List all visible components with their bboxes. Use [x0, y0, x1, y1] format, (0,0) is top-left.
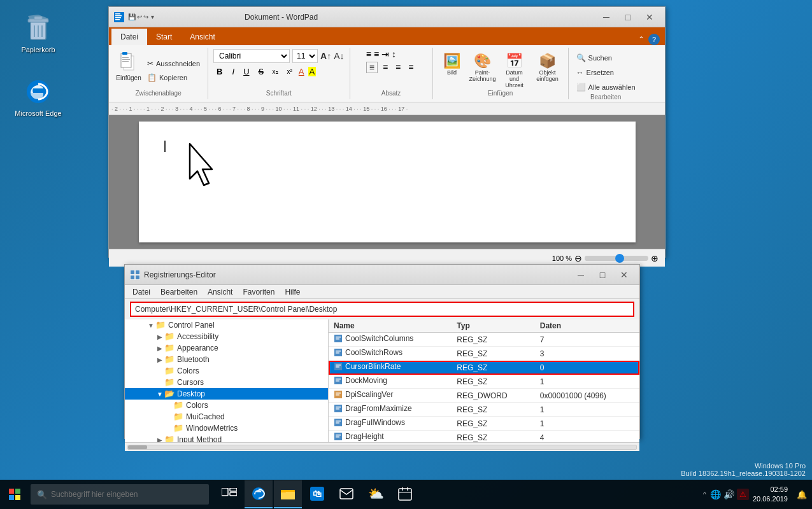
font-color-btn[interactable]: A	[299, 67, 304, 76]
superscript-btn[interactable]: x²	[285, 67, 295, 76]
svg-rect-9	[115, 13, 120, 15]
datum-btn[interactable]: 📅 Datum undUhrzeit	[499, 50, 530, 88]
bild-btn[interactable]: 🖼️ Bild	[438, 50, 466, 88]
align-left-btn[interactable]: ≡	[366, 62, 378, 73]
tree-item-appearance[interactable]: ▶ 📁 Appearance	[125, 342, 328, 354]
font-grow-btn[interactable]: A↑	[320, 51, 331, 61]
table-row[interactable]: DockMoving REG_SZ 1	[329, 375, 639, 389]
table-row[interactable]: CoolSwitchRows REG_SZ 3	[329, 347, 639, 361]
horizontal-scrollbar[interactable]	[127, 445, 637, 450]
tree-item-windowmetrics[interactable]: 📁 WindowMetrics	[125, 422, 328, 434]
wordpad-minimize-btn[interactable]: ─	[596, 8, 616, 26]
zoom-thumb[interactable]	[615, 254, 624, 263]
tree-item-accessibility[interactable]: ▶ 📁 Accessibility	[125, 331, 328, 342]
paint-btn[interactable]: 🎨 Paint-Zeichnung	[469, 50, 497, 88]
table-row[interactable]: DragFullWindows REG_SZ 1	[329, 417, 639, 431]
desktop-icon-edge[interactable]: Microsoft Edge	[13, 76, 64, 117]
align-right-btn[interactable]: ≡	[393, 62, 403, 73]
italic-btn[interactable]: I	[230, 66, 238, 77]
underline-btn[interactable]: U	[241, 66, 252, 77]
menu-favoriten[interactable]: Favoriten	[238, 286, 280, 298]
kopieren-btn[interactable]: 📋 Kopieren	[145, 71, 203, 84]
values-panel[interactable]: Name Typ Daten CoolSwitchColumns REG_SZ …	[329, 319, 639, 442]
tree-item-inputmethod[interactable]: ▶ 📁 Input Method	[125, 434, 328, 442]
tab-datei[interactable]: Datei	[111, 29, 147, 45]
objekt-btn[interactable]: 📦 Objekteinfügen	[532, 50, 563, 88]
menu-datei[interactable]: Datei	[127, 286, 155, 298]
doc-area[interactable]	[109, 115, 665, 249]
alle-auswaehlen-btn[interactable]: ⬜ Alle auswählen	[574, 81, 638, 94]
regedit-minimize-btn[interactable]: ─	[571, 266, 591, 284]
tray-notifications-btn[interactable]: 🔔	[797, 490, 807, 499]
ersetzen-btn[interactable]: ↔ Ersetzen	[574, 66, 616, 79]
tree-item-colors2[interactable]: 📁 Colors	[125, 400, 328, 411]
highlight-btn[interactable]: A	[308, 67, 317, 76]
taskbar-weather-btn[interactable]: ⛅	[362, 480, 390, 508]
tree-item-desktop[interactable]: ▼ 📂 Desktop	[125, 388, 328, 400]
zoom-slider[interactable]	[585, 256, 648, 261]
bold-btn[interactable]: B	[213, 66, 225, 78]
tree-item-colors[interactable]: 📁 Colors	[125, 365, 328, 377]
taskbar-explorer-btn[interactable]	[274, 480, 302, 508]
value-type: REG_SZ	[452, 333, 534, 347]
subscript-btn[interactable]: x₂	[270, 67, 281, 76]
taskbar-clock[interactable]: 02:59 20.06.2019	[753, 485, 793, 505]
menu-bearbeiten[interactable]: Bearbeiten	[155, 286, 203, 298]
font-size-selector[interactable]: 11	[292, 49, 318, 63]
tree-item-control-panel[interactable]: ▼ 📁 Control Panel	[125, 319, 328, 331]
taskbar-edge-btn[interactable]	[245, 480, 273, 508]
tab-start[interactable]: Start	[147, 29, 181, 45]
regedit-maximize-btn[interactable]: □	[592, 266, 613, 284]
expand-icon-col2	[164, 402, 173, 409]
tree-panel[interactable]: ▼ 📁 Control Panel ▶ 📁 Accessibility ▶ 📁 …	[125, 319, 329, 442]
start-button[interactable]	[0, 480, 29, 509]
help-btn[interactable]: ?	[648, 34, 660, 45]
tray-notification-icon[interactable]: ⚠	[737, 489, 749, 500]
taskbar-calendar-btn[interactable]	[391, 480, 419, 508]
taskbar-search-box[interactable]: 🔍	[31, 484, 209, 505]
taskview-btn[interactable]	[215, 480, 243, 508]
tray-volume-icon[interactable]: 🔊	[723, 489, 734, 499]
table-row[interactable]: DragHeight REG_SZ 4	[329, 431, 639, 443]
tree-item-bluetooth[interactable]: ▶ 📁 Bluetooth	[125, 354, 328, 365]
taskbar-mail-btn[interactable]	[332, 480, 360, 508]
line-spacing-btn[interactable]: ↕	[392, 49, 396, 59]
align-justify-btn[interactable]: ≡	[406, 62, 416, 73]
address-bar[interactable]: Computer\HKEY_CURRENT_USER\Control Panel…	[130, 302, 634, 317]
menu-ansicht[interactable]: Ansicht	[203, 286, 238, 298]
table-row[interactable]: DragFromMaximize REG_SZ 1	[329, 403, 639, 417]
menu-hilfe[interactable]: Hilfe	[280, 286, 305, 298]
ausschneiden-btn[interactable]: ✂ Ausschneiden	[145, 57, 203, 70]
tray-expand-btn[interactable]: ^	[703, 491, 706, 498]
tab-ansicht[interactable]: Ansicht	[181, 29, 224, 45]
taskbar-explorer-icon	[280, 487, 296, 501]
wordpad-close-btn[interactable]: ✕	[639, 8, 660, 26]
taskbar-tray: ^ 🌐 🔊 ⚠ 02:59 20.06.2019 🔔	[703, 485, 812, 505]
strikethrough-btn[interactable]: S̶	[256, 66, 266, 77]
taskbar-store-btn[interactable]: 🛍	[303, 480, 331, 508]
regedit-close-btn[interactable]: ✕	[614, 266, 634, 284]
wordpad-maximize-btn[interactable]: □	[618, 8, 638, 26]
taskbar-search-input[interactable]	[51, 490, 203, 499]
doc-page[interactable]	[139, 122, 636, 242]
zoom-in-btn[interactable]: ⊕	[651, 253, 659, 263]
zoom-out-btn[interactable]: ⊖	[574, 253, 582, 263]
font-shrink-btn[interactable]: A↓	[334, 51, 344, 61]
align-center-btn[interactable]: ≡	[380, 62, 390, 73]
tree-item-muicached[interactable]: 📁 MuiCached	[125, 411, 328, 422]
indent-increase-btn[interactable]: ⇥	[381, 49, 389, 59]
font-selector[interactable]: Calibri	[213, 49, 290, 63]
suchen-btn[interactable]: 🔍 Suchen	[574, 52, 615, 64]
table-row[interactable]: CursorBlinkRate REG_SZ 0	[329, 361, 639, 375]
table-row[interactable]: CoolSwitchColumns REG_SZ 7	[329, 333, 639, 347]
tray-network-icon[interactable]: 🌐	[710, 489, 721, 499]
table-row[interactable]: DpiScalingVer REG_DWORD 0x00001000 (4096…	[329, 389, 639, 403]
tree-item-cursors[interactable]: 📁 Cursors	[125, 377, 328, 388]
list-ordered-btn[interactable]: ≡	[374, 49, 379, 59]
einfuegen-btn[interactable]: Einfügen	[114, 50, 143, 88]
desktop-icon-papierkorb[interactable]: Papierkorb	[13, 13, 64, 53]
list-unordered-btn[interactable]: ≡	[366, 49, 371, 59]
regedit-titlebar: Registrierungs-Editor ─ □ ✕	[125, 265, 639, 285]
ribbon-collapse-btn[interactable]: ⌃	[638, 35, 645, 44]
regedit-content: ▼ 📁 Control Panel ▶ 📁 Accessibility ▶ 📁 …	[125, 319, 639, 442]
